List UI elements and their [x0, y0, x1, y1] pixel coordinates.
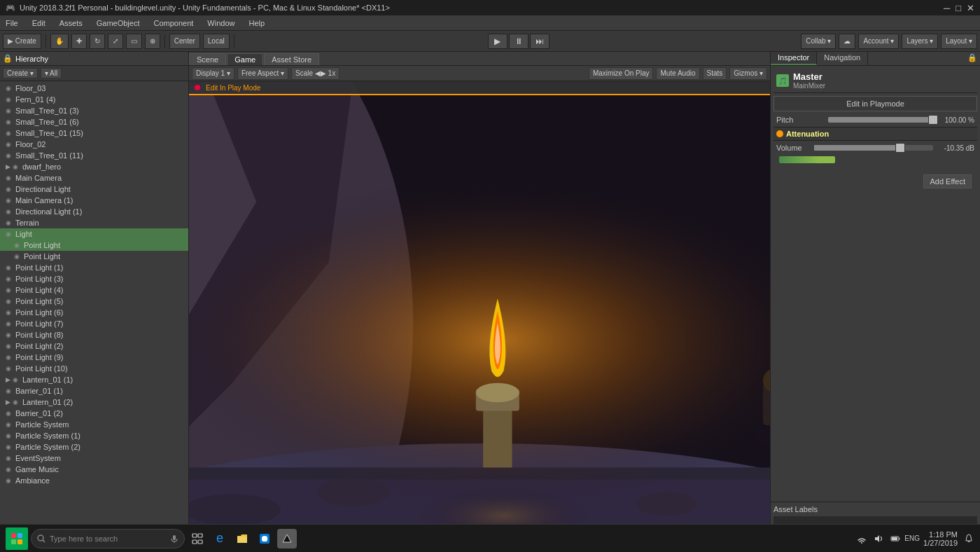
menu-window[interactable]: Window — [204, 18, 237, 29]
file-explorer-button[interactable] — [232, 529, 252, 548]
notification-icon[interactable] — [963, 533, 974, 544]
hier-dir-light[interactable]: ◉Directional Light — [0, 184, 188, 195]
hier-point-light-1[interactable]: ◉Point Light (1) — [0, 262, 188, 273]
pitch-handle[interactable] — [928, 115, 938, 125]
edit-play-button[interactable]: Edit in Playmode — [774, 96, 977, 111]
volume-slider[interactable] — [814, 145, 933, 151]
hier-dir-light-1[interactable]: ◉Directional Light (1) — [0, 206, 188, 217]
language-indicator[interactable]: ENG — [906, 533, 918, 544]
menu-help[interactable]: Help — [246, 18, 267, 29]
battery-icon[interactable] — [890, 533, 901, 544]
inspector-lock[interactable]: 🔒 — [965, 52, 980, 65]
menu-edit[interactable]: Edit — [29, 18, 48, 29]
hier-point-light-7[interactable]: ◉Point Light (7) — [0, 318, 188, 329]
edit-mode-banner[interactable]: Edit In Play Mode — [189, 81, 770, 95]
step-button[interactable]: ⏭ — [530, 34, 550, 49]
taskbar-right: ENG 1:18 PM 1/27/2019 — [856, 530, 974, 547]
hier-ambiance[interactable]: ◉Ambiance — [0, 475, 188, 486]
hier-particle-sys[interactable]: ◉Particle System — [0, 419, 188, 430]
hier-main-camera-1[interactable]: ◉Main Camera (1) — [0, 195, 188, 206]
hier-point-light-5[interactable]: ◉Point Light (5) — [0, 296, 188, 307]
hier-main-camera[interactable]: ◉Main Camera — [0, 172, 188, 184]
menu-gameobject[interactable]: GameObject — [94, 18, 143, 29]
hierarchy-create-btn[interactable]: Create ▾ — [3, 68, 38, 78]
menu-component[interactable]: Component — [150, 18, 196, 29]
account-button[interactable]: Account ▾ — [858, 34, 899, 49]
hier-game-music[interactable]: ◉Game Music — [0, 464, 188, 475]
hier-lantern-1[interactable]: ▶◉Lantern_01 (1) — [0, 374, 188, 385]
gizmos-button[interactable]: Gizmos ▾ — [729, 67, 767, 80]
edge-browser-button[interactable]: e — [210, 529, 230, 548]
start-button[interactable] — [6, 527, 28, 550]
scale-button[interactable]: Scale ◀▶ 1x — [291, 67, 340, 80]
pause-button[interactable]: ⏸ — [509, 34, 528, 49]
hier-particle-sys-2[interactable]: ◉Particle System (2) — [0, 441, 188, 453]
hier-point-light-8[interactable]: ◉Point Light (8) — [0, 329, 188, 340]
stats-button[interactable]: Stats — [703, 67, 727, 80]
hier-point-light-6[interactable]: ◉Point Light (6) — [0, 307, 188, 318]
hier-point-light-2[interactable]: ◉Point Light (2) — [0, 340, 188, 352]
hier-terrain[interactable]: ◉Terrain — [0, 217, 188, 228]
hier-barrier-2[interactable]: ◉Barrier_01 (2) — [0, 408, 188, 419]
layout-button[interactable]: Layout ▾ — [941, 34, 977, 49]
task-view-button[interactable] — [188, 529, 207, 548]
hier-barrier-1[interactable]: ◉Barrier_01 (1) — [0, 385, 188, 396]
hand-tool-button[interactable]: ✋ — [50, 34, 69, 49]
volume-handle[interactable] — [895, 143, 905, 153]
pitch-slider[interactable] — [828, 117, 937, 123]
hier-light[interactable]: ◉Light — [0, 228, 188, 240]
store-button[interactable] — [255, 529, 274, 548]
menu-assets[interactable]: Assets — [57, 18, 85, 29]
cloud-button[interactable]: ☁ — [839, 34, 855, 49]
create-button[interactable]: ▶ Create — [3, 34, 41, 49]
hierarchy-all-btn[interactable]: ▾ All — [41, 68, 62, 78]
minimize-button[interactable]: ─ — [944, 3, 950, 13]
scale-tool-button[interactable]: ⤢ — [108, 34, 123, 49]
collab-button[interactable]: Collab ▾ — [801, 34, 836, 49]
hier-point-light-9[interactable]: ◉Point Light (9) — [0, 352, 188, 363]
hier-small-tree-3[interactable]: ◉Small_Tree_01 (3) — [0, 105, 188, 116]
hier-fern01[interactable]: ◉Fern_01 (4) — [0, 94, 188, 105]
hier-floor02[interactable]: ◉Floor_02 — [0, 139, 188, 150]
hier-small-tree-15[interactable]: ◉Small_Tree_01 (15) — [0, 127, 188, 139]
close-button[interactable]: ✕ — [967, 3, 974, 13]
main-area: 🔒 Hierarchy Create ▾ ▾ All ◉Floor_03 ◉Fe… — [0, 52, 980, 552]
hier-event-system[interactable]: ◉EventSystem — [0, 453, 188, 464]
rotate-tool-button[interactable]: ↻ — [90, 34, 105, 49]
hier-point-light-3[interactable]: ◉Point Light (3) — [0, 273, 188, 284]
display-button[interactable]: Display 1 ▾ — [192, 67, 234, 80]
tab-navigation[interactable]: Navigation — [817, 52, 868, 65]
maximize-on-play-button[interactable]: Maximize On Play — [589, 67, 654, 80]
unity-taskbar-button[interactable] — [277, 529, 297, 548]
volume-icon[interactable] — [873, 533, 884, 544]
menu-file[interactable]: File — [3, 18, 21, 29]
move-tool-button[interactable]: ✚ — [71, 34, 87, 49]
layers-button[interactable]: Layers ▾ — [902, 34, 938, 49]
tab-inspector[interactable]: Inspector — [771, 52, 817, 65]
hier-point-light-sub[interactable]: ◉Point Light — [0, 251, 188, 262]
tab-asset-store[interactable]: Asset Store — [264, 53, 319, 65]
hier-point-light-main[interactable]: ◉Point Light — [0, 240, 188, 251]
tab-scene[interactable]: Scene — [189, 53, 226, 65]
hier-floor03[interactable]: ◉Floor_03 — [0, 83, 188, 94]
rect-tool-button[interactable]: ▭ — [126, 34, 142, 49]
hier-lantern-2[interactable]: ▶◉Lantern_01 (2) — [0, 396, 188, 408]
mute-audio-button[interactable]: Mute Audio — [656, 67, 699, 80]
hier-point-light-10[interactable]: ◉Point Light (10) — [0, 363, 188, 374]
local-button[interactable]: Local — [203, 34, 230, 49]
hier-particle-sys-1[interactable]: ◉Particle System (1) — [0, 430, 188, 441]
transform-tool-button[interactable]: ⊕ — [145, 34, 160, 49]
hier-small-tree-6[interactable]: ◉Small_Tree_01 (6) — [0, 116, 188, 127]
play-button[interactable]: ▶ — [488, 34, 507, 49]
eye-icon-es: ◉ — [6, 455, 14, 462]
hier-point-light-4[interactable]: ◉Point Light (4) — [0, 284, 188, 296]
taskbar-search[interactable]: Type here to search — [31, 529, 185, 548]
maximize-button[interactable]: □ — [955, 3, 961, 13]
tab-game[interactable]: Game — [227, 53, 263, 65]
network-icon[interactable] — [856, 533, 867, 544]
add-effect-button[interactable]: Add Effect — [923, 174, 972, 188]
hier-small-tree-11[interactable]: ◉Small_Tree_01 (11) — [0, 150, 188, 161]
center-button[interactable]: Center — [169, 34, 200, 49]
hier-dwarf-hero[interactable]: ▶◉dwarf_hero — [0, 161, 188, 172]
aspect-button[interactable]: Free Aspect ▾ — [237, 67, 288, 80]
